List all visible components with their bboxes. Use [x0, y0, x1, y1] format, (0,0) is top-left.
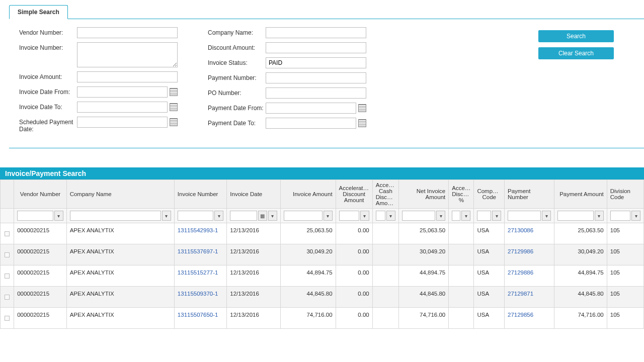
filter-cc[interactable] — [477, 211, 491, 221]
cell-payment-number[interactable]: 27130086 — [505, 223, 554, 244]
invoice-amount-input[interactable] — [77, 71, 178, 82]
filter-div[interactable] — [610, 211, 630, 221]
invoice-date-to-input[interactable] — [77, 102, 168, 113]
calendar-icon[interactable] — [170, 103, 178, 111]
invoice-status-select[interactable]: PAID — [266, 57, 366, 68]
label-invoice-amount: Invoice Amount: — [19, 71, 77, 80]
discount-amount-input[interactable] — [266, 42, 366, 53]
scheduled-payment-date-input[interactable] — [77, 117, 168, 128]
cell-vendor: 0000020215 — [14, 287, 66, 308]
clear-search-button[interactable]: Clear Search — [538, 47, 614, 59]
filter-acash[interactable] — [376, 211, 385, 221]
filter-icon[interactable]: ▾ — [54, 211, 63, 221]
tab-simple-search[interactable]: Simple Search — [9, 5, 68, 19]
filter-icon[interactable]: ▾ — [324, 211, 333, 221]
filter-icon[interactable]: ▾ — [492, 211, 501, 221]
row-checkbox[interactable] — [5, 231, 10, 236]
table-row[interactable]: 0000020215APEX ANALYTIX13115542993-112/1… — [1, 223, 644, 244]
cell-accel-discount: 0.00 — [336, 287, 372, 308]
calendar-icon[interactable] — [358, 119, 366, 127]
col-division-code[interactable]: Division Code — [607, 180, 643, 209]
filter-invnum[interactable] — [178, 211, 213, 221]
calendar-icon[interactable] — [170, 118, 178, 126]
cell-invoice-number[interactable]: 13115542993-1 — [174, 223, 226, 244]
row-checkbox[interactable] — [5, 274, 10, 279]
cell-invoice-number[interactable]: 13115537697-1 — [174, 244, 226, 265]
vendor-number-input[interactable] — [77, 27, 178, 38]
table-row[interactable]: 0000020215APEX ANALYTIX13115509370-112/1… — [1, 287, 644, 308]
col-payment-number[interactable]: Payment Number — [505, 180, 554, 209]
col-company-code[interactable]: Company Code — [474, 180, 505, 209]
filter-pnum[interactable] — [508, 211, 541, 221]
cell-net-invoice: 74,716.00 — [398, 308, 448, 329]
calendar-icon[interactable] — [170, 88, 178, 96]
payment-date-to-input[interactable] — [266, 118, 356, 129]
col-accel-disc-pct[interactable]: Accelerated Discount % — [449, 180, 474, 209]
col-accel-discount[interactable]: Accelerated Discount Amount — [336, 180, 372, 209]
filter-icon[interactable]: ▾ — [595, 211, 604, 221]
col-invoice-amount[interactable]: Invoice Amount — [280, 180, 336, 209]
filter-icon[interactable]: ▾ — [360, 211, 369, 221]
cell-company-code: USA — [474, 287, 505, 308]
cell-invoice-amount: 44,845.80 — [280, 287, 336, 308]
cell-accel-pct — [449, 265, 474, 287]
cell-payment-amount: 44,894.75 — [554, 265, 607, 287]
col-invoice-date[interactable]: Invoice Date — [227, 180, 281, 209]
cell-invoice-amount: 44,894.75 — [280, 265, 336, 287]
calendar-icon[interactable]: ▦ — [258, 211, 267, 221]
cell-payment-number[interactable]: 27129871 — [505, 287, 554, 308]
table-row[interactable]: 0000020215APEX ANALYTIX13115515277-112/1… — [1, 265, 644, 287]
payment-number-input[interactable] — [266, 72, 366, 83]
filter-net[interactable] — [402, 211, 435, 221]
cell-payment-number[interactable]: 27129886 — [505, 265, 554, 287]
search-button-label: Search — [567, 33, 586, 40]
filter-adpc[interactable] — [452, 211, 460, 221]
col-checkbox[interactable] — [1, 180, 14, 209]
table-row[interactable]: 0000020215APEX ANALYTIX13115507650-112/1… — [1, 308, 644, 329]
row-checkbox[interactable] — [5, 252, 10, 257]
col-payment-amount[interactable]: Payment Amount — [554, 180, 607, 209]
calendar-icon[interactable] — [358, 104, 366, 112]
filter-pamt[interactable] — [557, 211, 593, 221]
cell-payment-amount: 30,049.20 — [554, 244, 607, 265]
filter-icon[interactable]: ▾ — [461, 211, 470, 221]
results-panel: Invoice/Payment Search Vendor Number Com… — [0, 167, 644, 329]
search-button[interactable]: Search — [538, 30, 614, 42]
cell-company-code: USA — [474, 308, 505, 329]
filter-company[interactable] — [70, 211, 161, 221]
company-name-input[interactable] — [266, 27, 366, 38]
cell-vendor: 0000020215 — [14, 308, 66, 329]
po-number-input[interactable] — [266, 87, 366, 99]
cell-invoice-number[interactable]: 13115507650-1 — [174, 308, 226, 329]
filter-icon[interactable]: ▾ — [436, 211, 445, 221]
filter-icon[interactable]: ▾ — [631, 211, 640, 221]
tab-label: Simple Search — [18, 9, 59, 16]
payment-date-from-input[interactable] — [266, 103, 356, 114]
cell-payment-number[interactable]: 27129986 — [505, 244, 554, 265]
col-vendor-number[interactable]: Vendor Number — [14, 180, 66, 209]
col-company-name[interactable]: Company Name — [66, 180, 174, 209]
filter-icon[interactable]: ▾ — [386, 211, 395, 221]
filter-icon[interactable]: ▾ — [214, 211, 223, 221]
cell-invoice-date: 12/13/2016 — [227, 287, 281, 308]
filter-invamt[interactable] — [284, 211, 323, 221]
invoice-number-textarea[interactable] — [77, 42, 178, 67]
cell-payment-number[interactable]: 27129856 — [505, 308, 554, 329]
col-invoice-number[interactable]: Invoice Number — [174, 180, 226, 209]
filter-icon[interactable]: ▾ — [268, 211, 277, 221]
filter-icon[interactable]: ▾ — [542, 211, 551, 221]
filter-adisc[interactable] — [339, 211, 359, 221]
filter-invdate[interactable] — [230, 211, 257, 221]
row-checkbox[interactable] — [5, 295, 10, 300]
row-checkbox[interactable] — [5, 316, 10, 321]
cell-invoice-number[interactable]: 13115515277-1 — [174, 265, 226, 287]
cell-invoice-number[interactable]: 13115509370-1 — [174, 287, 226, 308]
table-row[interactable]: 0000020215APEX ANALYTIX13115537697-112/1… — [1, 244, 644, 265]
filter-icon[interactable]: ▾ — [162, 211, 171, 221]
filter-vendor[interactable] — [17, 211, 53, 221]
col-net-invoice[interactable]: Net Invoice Amount — [398, 180, 448, 209]
cell-vendor: 0000020215 — [14, 223, 66, 244]
label-payment-date-to: Payment Date To: — [208, 118, 266, 127]
invoice-date-from-input[interactable] — [77, 86, 168, 98]
col-accel-cash[interactable]: Accelerated Cash Discount Amount — [372, 180, 398, 209]
